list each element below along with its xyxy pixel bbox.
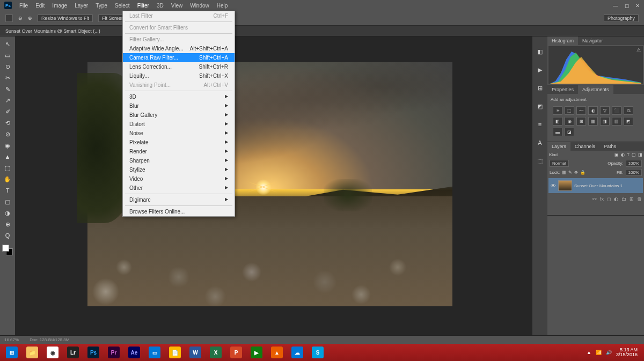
- opacity-value[interactable]: 100%: [626, 160, 642, 167]
- brightness-icon[interactable]: ☀: [553, 106, 562, 115]
- channels-tab[interactable]: Channels: [570, 142, 599, 151]
- taskbar-app-2[interactable]: ◉: [43, 345, 62, 359]
- menu-digimarc-sub[interactable]: Digimarc▶: [123, 195, 235, 204]
- channelmixer-icon[interactable]: ⊞: [576, 117, 586, 126]
- menu-stylize-sub[interactable]: Stylize▶: [123, 165, 235, 174]
- curves-icon[interactable]: 〰: [576, 106, 586, 115]
- hue-icon[interactable]: ⬛: [612, 106, 621, 115]
- invert-icon[interactable]: ◨: [600, 117, 610, 126]
- menu-file[interactable]: File: [19, 3, 28, 9]
- new-fill-icon[interactable]: ◐: [614, 196, 618, 202]
- layer-name[interactable]: Sunset Over Mountains 1: [574, 183, 623, 188]
- menu-noise-sub[interactable]: Noise▶: [123, 129, 235, 138]
- taskbar-app-8[interactable]: 📄: [165, 345, 185, 359]
- zoom-tool[interactable]: Q: [2, 230, 13, 241]
- menu-other-sub[interactable]: Other▶: [123, 183, 235, 193]
- selective-icon[interactable]: ◪: [565, 128, 574, 136]
- menu-sharpen-sub[interactable]: Sharpen▶: [123, 156, 235, 165]
- photofilter-icon[interactable]: ◉: [565, 117, 574, 126]
- menu-filter[interactable]: Filter: [137, 3, 149, 9]
- character-panel-icon[interactable]: A: [536, 138, 544, 147]
- tray-network-icon[interactable]: 📶: [596, 350, 602, 355]
- foreground-swatch[interactable]: [2, 245, 9, 252]
- menu-3d[interactable]: 3D: [157, 3, 164, 9]
- menu-layer[interactable]: Layer: [75, 3, 88, 9]
- new-layer-icon[interactable]: ⊞: [630, 196, 634, 202]
- menu-video-sub[interactable]: Video▶: [123, 174, 235, 183]
- filter-smart-icon[interactable]: ◨: [638, 152, 642, 157]
- eyedropper-tool[interactable]: ✎: [2, 84, 13, 94]
- filter-type-icon[interactable]: T: [627, 152, 630, 157]
- close-icon[interactable]: ✕: [635, 3, 640, 9]
- pen-tool[interactable]: ▢: [2, 196, 13, 207]
- taskbar-app-9[interactable]: W: [186, 345, 205, 359]
- taskbar-app-13[interactable]: ▲: [267, 345, 287, 359]
- libraries-panel-icon[interactable]: ⬚: [536, 157, 544, 165]
- zoom-level[interactable]: 16.67%: [4, 337, 19, 342]
- hand-tool[interactable]: ⊕: [2, 219, 13, 230]
- history-brush-tool[interactable]: ⊘: [2, 129, 13, 139]
- filter-adjust-icon[interactable]: ◐: [621, 152, 625, 157]
- menu-distort-sub[interactable]: Distort▶: [123, 120, 235, 129]
- swatches-panel-icon[interactable]: ◩: [536, 102, 544, 110]
- taskbar-app-6[interactable]: Ae: [125, 345, 144, 359]
- adjustments-tab[interactable]: Adjustments: [578, 85, 613, 94]
- fill-value[interactable]: 100%: [626, 169, 642, 176]
- paths-tab[interactable]: Paths: [599, 142, 620, 151]
- lasso-tool[interactable]: ⊙: [2, 61, 13, 72]
- zoom-out-icon[interactable]: ⊖: [18, 16, 23, 21]
- colorlookup-icon[interactable]: ▦: [588, 117, 598, 126]
- lock-position-icon[interactable]: ✥: [574, 170, 578, 175]
- layer-thumbnail[interactable]: [558, 180, 572, 191]
- taskbar-app-10[interactable]: X: [206, 345, 225, 359]
- menu-view[interactable]: View: [171, 3, 183, 9]
- eraser-tool[interactable]: ◉: [2, 140, 13, 151]
- link-layers-icon[interactable]: ⚯: [592, 196, 597, 202]
- menu-blur-sub[interactable]: Blur▶: [123, 101, 235, 110]
- histogram-tab[interactable]: Histogram: [547, 36, 578, 45]
- document-tab[interactable]: Sunset Over Mountains @ Smart Object (..…: [5, 28, 100, 34]
- stamp-tool[interactable]: ⟲: [2, 117, 13, 128]
- menu-type[interactable]: Type: [96, 3, 107, 9]
- bw-icon[interactable]: ◧: [553, 117, 562, 126]
- maximize-icon[interactable]: ◻: [625, 3, 629, 9]
- paragraph-panel-icon[interactable]: ≡: [536, 120, 544, 129]
- brush-tool[interactable]: ✐: [2, 106, 13, 117]
- info-panel-icon[interactable]: ⊞: [536, 84, 544, 92]
- menu-liquify[interactable]: Liquify...Shift+Ctrl+X: [123, 71, 235, 80]
- menu-adaptive-wide-angle[interactable]: Adaptive Wide Angle...Alt+Shift+Ctrl+A: [123, 44, 235, 53]
- history-panel-icon[interactable]: ◧: [536, 47, 544, 56]
- gradient-tool[interactable]: ▲: [2, 151, 13, 162]
- taskbar-app-1[interactable]: 📁: [23, 345, 42, 359]
- layers-tab[interactable]: Layers: [547, 142, 570, 151]
- menu-camera-raw-filter[interactable]: Camera Raw Filter...Shift+Ctrl+A: [123, 53, 235, 62]
- color-swatches[interactable]: [2, 245, 13, 255]
- healing-tool[interactable]: ↗: [2, 95, 13, 106]
- menu-blur-gallery-sub[interactable]: Blur Gallery▶: [123, 110, 235, 120]
- levels-icon[interactable]: ⬚: [565, 106, 574, 115]
- vibrance-icon[interactable]: ▽: [600, 106, 610, 115]
- blend-mode-select[interactable]: Normal: [550, 160, 569, 167]
- doc-size[interactable]: Doc: 128.8M/128.8M: [30, 337, 69, 342]
- posterize-icon[interactable]: ▤: [612, 117, 621, 126]
- layer-mask-icon[interactable]: ◻: [607, 196, 611, 202]
- menu-render-sub[interactable]: Render▶: [123, 147, 235, 156]
- menu-edit[interactable]: Edit: [35, 3, 45, 9]
- gradientmap-icon[interactable]: ▬: [553, 128, 562, 136]
- move-tool[interactable]: ↖: [2, 39, 13, 49]
- taskbar-app-7[interactable]: ▭: [145, 345, 164, 359]
- properties-tab[interactable]: Properties: [547, 85, 578, 94]
- workspace-switcher[interactable]: Photography: [604, 14, 639, 22]
- navigator-tab[interactable]: Navigator: [578, 36, 608, 45]
- lock-all-icon[interactable]: 🔒: [580, 170, 586, 175]
- layer-visibility-icon[interactable]: 👁: [551, 183, 556, 189]
- histogram-refresh-icon[interactable]: ⚠: [636, 47, 641, 53]
- layer-row[interactable]: 👁 Sunset Over Mountains 1: [548, 178, 643, 193]
- layer-style-icon[interactable]: fx: [600, 196, 604, 202]
- blur-tool[interactable]: ⬚: [2, 163, 13, 173]
- delete-layer-icon[interactable]: 🗑: [637, 196, 642, 202]
- threshold-icon[interactable]: ◩: [624, 117, 633, 126]
- menu-3d-sub[interactable]: 3D▶: [123, 92, 235, 101]
- filter-shape-icon[interactable]: ▢: [632, 152, 636, 157]
- menu-help[interactable]: Help: [217, 3, 228, 9]
